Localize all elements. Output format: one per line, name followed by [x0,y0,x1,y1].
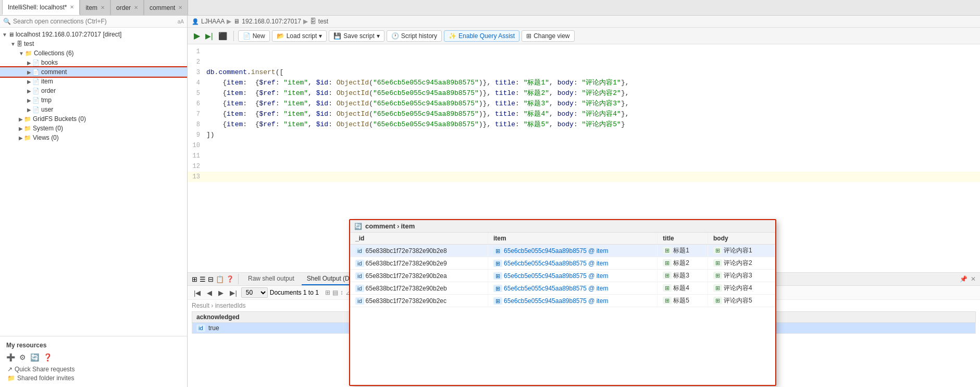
server-expand-icon: ▼ [2,32,7,38]
server-item[interactable]: ▼ 🖥 localhost 192.168.0.107:27017 [direc… [0,30,187,39]
save-dropdown-icon: ▾ [377,32,380,40]
tab-item[interactable]: item ✕ [80,0,110,15]
top-tabbar: IntelliShell: localhost* ✕ item ✕ order … [0,0,980,16]
item-link[interactable]: 65e6cb5e055c945aa89b8575 @ item [504,247,608,255]
output-icon-tree[interactable]: ⊟ [208,275,214,283]
first-page-button[interactable]: |◀ [192,288,203,297]
run-button[interactable]: ▶ [192,30,202,42]
overlay-table-row[interactable]: id65e838bc1f72e7382e90b2eb ⊞65e6cb5e055c… [350,282,775,295]
output-icon-help[interactable]: ❓ [226,275,234,283]
collection-order-icon: 📄 [32,88,40,94]
sidebar-bottom: My resources ➕ ⚙ 🔄 ❓ ↗ Quick Share reque… [0,336,187,387]
tab-raw-output[interactable]: Raw shell output [243,273,300,285]
settings-icon[interactable]: ⚙ [19,353,26,361]
stop-button[interactable]: ⬛ [216,31,229,41]
output-icon-raw[interactable]: 📋 [216,275,224,283]
collection-tmp[interactable]: ▶ 📄 tmp [0,95,187,105]
overlay-bc-from: comment [365,222,395,230]
output-icon-list[interactable]: ☰ [200,275,206,283]
save-script-button[interactable]: 💾 Save script ▾ [329,30,384,42]
sidebar-links: ↗ Quick Share requests 📁 Shared folder i… [3,364,184,384]
page-size-select[interactable]: 50 100 200 [241,287,268,298]
server-label: localhost 192.168.0.107:27017 [direct] [16,31,121,38]
collection-user[interactable]: ▶ 📄 user [0,105,187,114]
help-icon[interactable]: ❓ [43,353,52,361]
close-item-icon[interactable]: ✕ [101,5,105,10]
tab-item-label: item [85,4,97,11]
collection-books[interactable]: ▶ 📄 books [0,58,187,67]
refresh-icon[interactable]: 🔄 [30,353,39,361]
title-tag: ⊞ [663,247,672,254]
columns-icon[interactable]: ▤ [332,289,338,296]
close-intellishell-icon[interactable]: ✕ [70,4,74,10]
collection-order[interactable]: ▶ 📄 order [0,86,187,95]
quick-share-link[interactable]: ↗ Quick Share requests [7,366,180,373]
overlay-table-row[interactable]: id65e838bc1f72e7382e90b2e9 ⊞65e6cb5e055c… [350,257,775,270]
collections-label: Collections (6) [34,50,74,57]
overlay-table-row[interactable]: id65e838bc1f72e7382e90b2e8 ⊞65e6cb5e055c… [350,245,775,257]
add-connection-icon[interactable]: ➕ [6,353,15,361]
overlay-table-row[interactable]: id65e838bc1f72e7382e90b2ea ⊞65e6cb5e055c… [350,270,775,282]
overlay-cell-title: ⊞标题2 [658,257,708,270]
body-tag: ⊞ [713,272,722,279]
shared-folder-link[interactable]: 📁 Shared folder invites [7,374,180,382]
new-button[interactable]: 📄 New [238,30,270,42]
search-input[interactable] [13,18,176,25]
overlay-cell-id: id65e838bc1f72e7382e90b2ea [350,270,488,282]
id-tag: id [355,260,364,267]
breadcrumb-sep1: ▶ [227,18,231,25]
item-link[interactable]: 65e6cb5e055c945aa89b8575 @ item [504,272,608,280]
doc-tag: ⊞ [493,285,502,292]
overlay-content: _id item title body id65e838bc1f72e7382e… [350,233,775,385]
db-item[interactable]: ▼ 🗄 test [0,39,187,49]
item-link[interactable]: 65e6cb5e055c945aa89b8575 @ item [504,285,608,292]
overlay-cell-body: ⊞评论内容1 [708,245,775,257]
save-icon: 💾 [333,32,341,40]
collection-item[interactable]: ▶ 📄 item [0,77,187,86]
code-line-6: 6 {item: {$ref: "item", $id: ObjectId("6… [188,99,980,109]
overlay-cell-body: ⊞评论内容2 [708,257,775,270]
tab-intellishell-label: IntelliShell: localhost* [8,4,67,11]
gridfs-folder[interactable]: ▶ 📁 GridFS Buckets (0) [0,114,187,124]
load-script-button[interactable]: 📂 Load script ▾ [272,30,327,42]
prev-page-button[interactable]: ◀ [205,288,214,297]
close-comment-icon[interactable]: ✕ [178,5,182,10]
tab-intellishell[interactable]: IntelliShell: localhost* ✕ [2,0,80,15]
tab-order[interactable]: order ✕ [110,0,144,15]
close-order-icon[interactable]: ✕ [134,5,138,10]
result-sep: › [211,302,215,309]
run-controls: ▶ ▶| ⬛ [192,30,229,42]
system-expand-icon: ▶ [19,126,23,131]
breadcrumb-user: LJHAAA [201,18,225,25]
change-view-button[interactable]: ⊞ Change view [522,30,574,42]
main-layout: 🔍 aA ▼ 🖥 localhost 192.168.0.107:27017 [… [0,16,980,387]
next-page-button[interactable]: ▶ [216,288,226,297]
export-icon[interactable]: ⊞ [325,289,330,296]
system-icon: 📁 [24,125,31,132]
overlay-cell-body: ⊞评论内容4 [708,282,775,295]
script-history-button[interactable]: 🕐 Script history [387,30,442,42]
item-link[interactable]: 65e6cb5e055c945aa89b8575 @ item [504,260,608,267]
collections-folder[interactable]: ▼ 📁 Collections (6) [0,49,187,58]
collection-comment[interactable]: ▶ 📄 comment [0,67,187,77]
step-button[interactable]: ▶| [203,31,215,41]
tab-comment[interactable]: comment ✕ [144,0,188,15]
output-icon-grid[interactable]: ⊞ [192,275,197,283]
overlay-col-body: body [708,233,775,245]
views-folder[interactable]: ▶ 📁 Views (0) [0,133,187,142]
system-folder[interactable]: ▶ 📁 System (0) [0,124,187,133]
close-output-icon[interactable]: ✕ [971,275,976,283]
type-tag-id: id [196,324,205,332]
item-link[interactable]: 65e6cb5e055c945aa89b8575 @ item [504,297,608,305]
toolbar: ▶ ▶| ⬛ 📄 New 📂 Load script ▾ 💾 Save scri… [188,28,980,44]
last-page-button[interactable]: ▶| [228,288,239,297]
pin-icon[interactable]: 📌 [960,275,967,283]
overlay-table-row[interactable]: id65e838bc1f72e7382e90b2ec ⊞65e6cb5e055c… [350,295,775,307]
sort-icon[interactable]: ↕ [340,289,343,296]
user-expand-icon: ▶ [27,107,31,113]
overlay-cell-title: ⊞标题5 [658,295,708,307]
item-expand-icon: ▶ [27,79,31,84]
enable-query-assist-button[interactable]: ✨ Enable Query Assist [444,30,519,42]
server-icon2: 🖥 [233,18,240,25]
code-line-8: 8 {item: {$ref: "item", $id: ObjectId("6… [188,119,980,130]
